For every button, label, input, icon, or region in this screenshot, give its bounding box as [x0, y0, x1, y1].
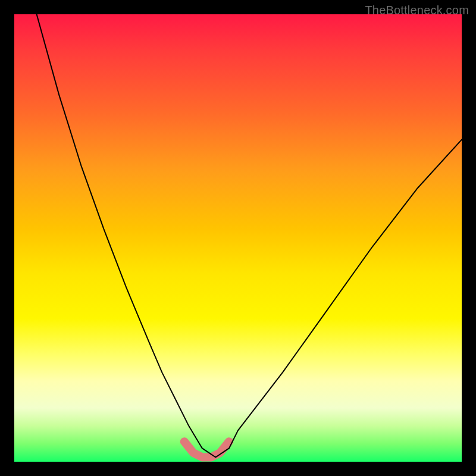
chart-svg — [14, 14, 462, 462]
watermark-text: TheBottleneck.com — [365, 4, 469, 17]
chart-highlight-segment — [184, 441, 229, 457]
chart-plot-area — [14, 14, 462, 462]
chart-curve — [37, 14, 462, 457]
